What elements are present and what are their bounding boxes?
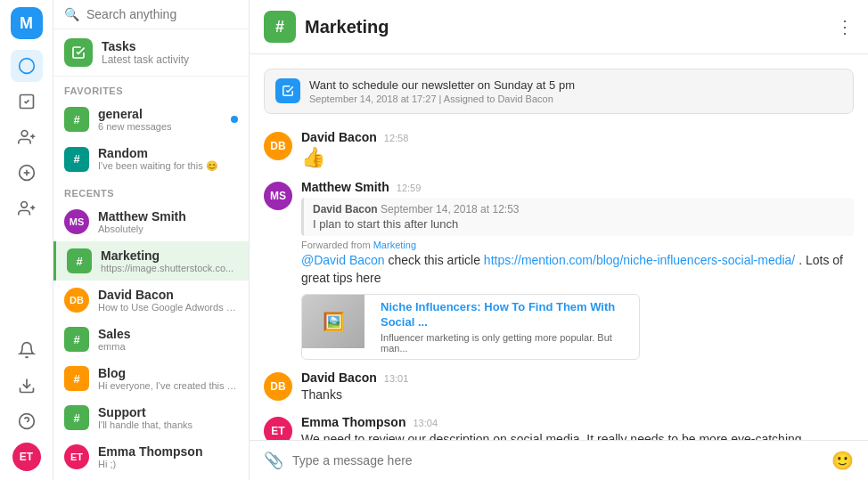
general-channel-icon: # bbox=[64, 107, 89, 132]
msg-header-matthew: Matthew Smith 12:59 bbox=[301, 180, 854, 194]
sidebar-item-sales[interactable]: # Sales emma bbox=[53, 320, 249, 359]
sys-text: Want to schedule our newsletter on Sunda… bbox=[309, 78, 575, 92]
david-avatar: DB bbox=[64, 288, 89, 313]
david-name: David Bacon bbox=[98, 288, 238, 302]
msg-time-david-2: 13:01 bbox=[384, 373, 409, 384]
system-msg-icon bbox=[275, 78, 300, 103]
icon-bar: M ET bbox=[0, 0, 53, 480]
random-info: Random I've been waiting for this 😊 bbox=[98, 146, 238, 172]
app-logo[interactable]: M bbox=[11, 7, 43, 39]
svg-point-2 bbox=[21, 131, 28, 137]
quoted-message: David Bacon September 14, 2018 at 12:53 … bbox=[301, 198, 854, 236]
msg-header-emma: Emma Thompson 13:04 bbox=[301, 415, 854, 429]
nav-add-user[interactable] bbox=[11, 192, 43, 224]
sidebar-item-emma[interactable]: ET Emma Thompson Hi ;) bbox=[53, 437, 249, 476]
user-avatar-self[interactable]: ET bbox=[11, 441, 43, 473]
msg-time-emma: 13:04 bbox=[413, 418, 438, 428]
nav-contacts[interactable] bbox=[11, 121, 43, 153]
sidebar-item-random[interactable]: # Random I've been waiting for this 😊 bbox=[53, 139, 249, 179]
sidebar: 🔍 Tasks Latest task activity FAVORITES #… bbox=[53, 0, 250, 480]
general-info: general 6 new messages bbox=[98, 107, 238, 132]
header-left: # Marketing bbox=[264, 11, 389, 43]
icon-bar-bottom: ET bbox=[11, 334, 43, 473]
attach-icon[interactable]: 📎 bbox=[264, 451, 283, 470]
search-icon: 🔍 bbox=[64, 7, 79, 21]
support-name: Support bbox=[98, 405, 238, 419]
tasks-icon bbox=[64, 38, 93, 67]
matthew-msg-text: @David Bacon check this article https://… bbox=[301, 252, 854, 287]
sales-name: Sales bbox=[98, 327, 238, 341]
sales-channel-icon: # bbox=[64, 327, 89, 352]
channel-header-icon: # bbox=[264, 11, 296, 43]
msg-header-david-1: David Bacon 12:58 bbox=[301, 130, 854, 144]
david-msg-body-1: David Bacon 12:58 👍 bbox=[301, 130, 854, 169]
sidebar-item-support[interactable]: # Support I'll handle that, thanks bbox=[53, 398, 249, 437]
msg-emoji-david-1: 👍 bbox=[301, 146, 854, 169]
nav-chat[interactable] bbox=[11, 50, 43, 82]
main-content: # Marketing ⋮ Want to schedule our newsl… bbox=[250, 0, 868, 480]
matthew-sub: Absolutely bbox=[98, 224, 238, 234]
emma-msg-text: We need to review our description on soc… bbox=[301, 431, 854, 440]
nav-add[interactable] bbox=[11, 157, 43, 189]
david-msg-avatar-1: DB bbox=[264, 132, 292, 160]
system-message-1: Want to schedule our newsletter on Sunda… bbox=[264, 69, 854, 114]
quoted-author: David Bacon September 14, 2018 at 12:53 bbox=[313, 203, 845, 216]
sales-info: Sales emma bbox=[98, 327, 238, 352]
article-link[interactable]: https://mention.com/blog/niche-influence… bbox=[484, 253, 795, 267]
nav-notifications[interactable] bbox=[11, 334, 43, 366]
msg-author-emma: Emma Thompson bbox=[301, 415, 405, 429]
message-group-david-2: DB David Bacon 13:01 Thanks bbox=[250, 365, 868, 410]
msg-author-david-1: David Bacon bbox=[301, 130, 377, 144]
sales-sub: emma bbox=[98, 341, 238, 352]
tasks-subtitle: Latest task activity bbox=[102, 53, 189, 66]
more-options-button[interactable]: ⋮ bbox=[836, 16, 854, 37]
favorites-section: FAVORITES bbox=[53, 77, 249, 100]
emoji-icon[interactable]: 🙂 bbox=[831, 450, 854, 471]
marketing-name: Marketing bbox=[101, 248, 238, 263]
msg-author-david-2: David Bacon bbox=[301, 370, 377, 385]
sidebar-item-david[interactable]: DB David Bacon How to Use Google Adwords… bbox=[53, 281, 249, 320]
support-sub: I'll handle that, thanks bbox=[98, 419, 238, 430]
matthew-msg-avatar: MS bbox=[264, 182, 292, 210]
quoted-text: I plan to start this after lunch bbox=[313, 217, 845, 231]
matthew-name: Matthew Smith bbox=[98, 209, 238, 224]
support-channel-icon: # bbox=[64, 405, 89, 430]
sidebar-item-blog[interactable]: # Blog Hi everyone, I've created this c.… bbox=[53, 359, 249, 398]
nav-download[interactable] bbox=[11, 370, 43, 402]
system-msg-content: Want to schedule our newsletter on Sunda… bbox=[309, 78, 575, 104]
emma-msg-avatar: ET bbox=[264, 417, 292, 440]
tasks-info: Tasks Latest task activity bbox=[102, 39, 189, 66]
marketing-info: Marketing https://image.shutterstock.co.… bbox=[101, 248, 238, 273]
sidebar-item-sofia[interactable]: SM Sofia Madison Amazing! bbox=[53, 476, 249, 480]
system-msg-meta: September 14, 2018 at 17:27 | Assigned t… bbox=[309, 94, 575, 104]
search-input[interactable] bbox=[86, 7, 238, 21]
messages-area: Want to schedule our newsletter on Sunda… bbox=[250, 54, 868, 440]
svg-point-8 bbox=[20, 202, 27, 208]
search-bar[interactable]: 🔍 bbox=[53, 0, 249, 29]
link-preview-desc: Influencer marketing is only getting mor… bbox=[381, 332, 632, 354]
sidebar-item-marketing[interactable]: # Marketing https://image.shutterstock.c… bbox=[53, 241, 249, 281]
sidebar-item-matthew[interactable]: MS Matthew Smith Absolutely bbox=[53, 202, 249, 241]
message-input[interactable] bbox=[292, 453, 823, 468]
link-preview-title: Niche Influencers: How To Find Them With… bbox=[381, 300, 632, 330]
general-name: general bbox=[98, 107, 238, 121]
emma-name: Emma Thompson bbox=[98, 444, 238, 459]
link-preview-image: 🖼️ bbox=[302, 295, 364, 348]
nav-help[interactable] bbox=[11, 405, 43, 437]
general-sub: 6 new messages bbox=[98, 121, 238, 132]
msg-author-matthew: Matthew Smith bbox=[301, 180, 389, 194]
david-msg-text-2: Thanks bbox=[301, 386, 854, 404]
support-info: Support I'll handle that, thanks bbox=[98, 405, 238, 430]
david-info: David Bacon How to Use Google Adwords E.… bbox=[98, 288, 238, 313]
emma-sub: Hi ;) bbox=[98, 459, 238, 469]
matthew-avatar: MS bbox=[64, 209, 89, 234]
link-preview[interactable]: 🖼️ Niche Influencers: How To Find Them W… bbox=[301, 294, 640, 360]
recents-section: RECENTS bbox=[53, 179, 249, 202]
mention-david[interactable]: @David Bacon bbox=[301, 253, 385, 267]
main-header: # Marketing ⋮ bbox=[250, 0, 868, 54]
forwarded-from: Marketing bbox=[373, 240, 416, 250]
sidebar-item-general[interactable]: # general 6 new messages bbox=[53, 100, 249, 139]
tasks-item[interactable]: Tasks Latest task activity bbox=[53, 29, 249, 77]
blog-info: Blog Hi everyone, I've created this c... bbox=[98, 366, 238, 391]
nav-tasks[interactable] bbox=[11, 85, 43, 118]
